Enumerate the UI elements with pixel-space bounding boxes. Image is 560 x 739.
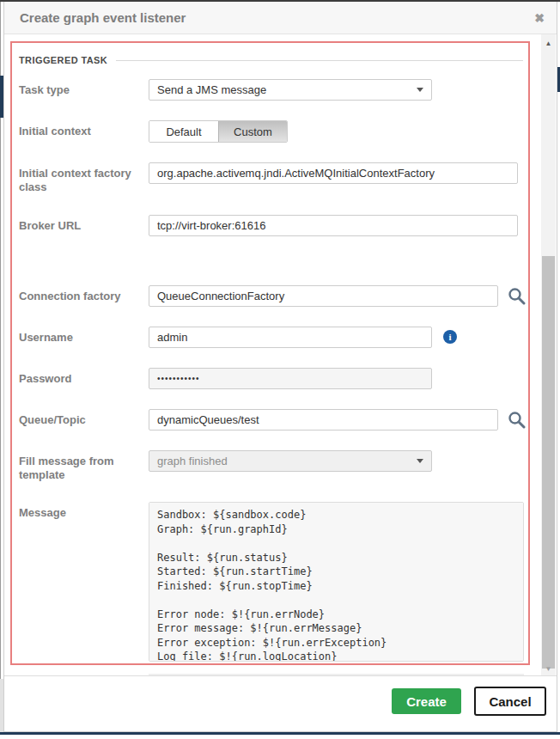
dialog-title: Create graph event listener — [20, 10, 534, 25]
cancel-button[interactable]: Cancel — [474, 687, 546, 716]
connection-factory-row: Connection factory — [19, 285, 523, 307]
search-icon[interactable] — [508, 287, 526, 308]
chevron-down-icon — [417, 459, 423, 463]
initial-context-label: Initial context — [19, 120, 139, 138]
message-label: Message — [19, 502, 139, 520]
broker-url-row: Broker URL — [19, 215, 523, 236]
dialog-body: TRIGGERED TASK Task type Send a JMS mess… — [4, 34, 557, 675]
queue-topic-label: Queue/Topic — [19, 409, 139, 427]
password-row: Password — [19, 368, 523, 389]
fill-template-label: Fill message from template — [19, 450, 139, 483]
username-row: Username i — [19, 327, 523, 348]
initial-context-custom-button[interactable]: Custom — [218, 121, 287, 142]
broker-url-label: Broker URL — [19, 215, 139, 233]
page-bottom-navy-bar — [0, 732, 560, 735]
section-title: TRIGGERED TASK — [19, 55, 107, 65]
create-graph-event-listener-dialog: Create graph event listener ✖ TRIGGERED … — [3, 2, 557, 732]
validation-outline-box: TRIGGERED TASK Task type Send a JMS mess… — [10, 41, 530, 665]
username-label: Username — [19, 327, 139, 345]
initial-context-default-button[interactable]: Default — [149, 121, 218, 142]
password-label: Password — [19, 368, 139, 386]
info-icon[interactable]: i — [443, 330, 457, 344]
search-icon[interactable] — [508, 411, 526, 432]
create-button[interactable]: Create — [392, 688, 461, 714]
triggered-task-section-header: TRIGGERED TASK — [19, 55, 523, 65]
message-row: Message Sandbox: ${sandbox.code} Graph: … — [19, 502, 523, 665]
close-icon[interactable]: ✖ — [534, 12, 545, 24]
broker-url-input[interactable] — [149, 215, 518, 236]
task-type-select[interactable]: Send a JMS message — [149, 79, 432, 101]
initial-context-toggle: Default Custom — [149, 120, 288, 143]
queue-topic-row: Queue/Topic — [19, 409, 523, 431]
queue-topic-input[interactable] — [149, 409, 498, 431]
scrollbar-thumb[interactable] — [542, 256, 555, 669]
scroll-down-arrow-icon[interactable]: ▼ — [541, 662, 556, 675]
task-type-value: Send a JMS message — [157, 83, 266, 96]
scroll-up-arrow-icon[interactable]: ▲ — [541, 36, 556, 50]
section-divider — [116, 60, 523, 61]
connection-factory-input[interactable] — [149, 285, 498, 307]
connection-factory-label: Connection factory — [19, 285, 139, 303]
initial-context-factory-class-row: Initial context factory class — [19, 162, 523, 195]
chevron-down-icon — [417, 88, 423, 92]
task-type-label: Task type — [19, 79, 139, 97]
fill-template-row: Fill message from template graph finishe… — [19, 450, 523, 483]
page-top-edge — [0, 0, 560, 2]
initial-context-factory-class-input[interactable] — [149, 162, 518, 184]
dialog-footer: Create Cancel — [4, 675, 557, 731]
password-input[interactable] — [149, 368, 432, 389]
dialog-header: Create graph event listener ✖ — [4, 2, 557, 34]
vertical-scrollbar[interactable]: ▲ ▼ — [541, 34, 556, 675]
message-textarea[interactable]: Sandbox: ${sandbox.code} Graph: ${run.gr… — [149, 502, 524, 662]
initial-context-factory-class-label: Initial context factory class — [19, 162, 139, 195]
initial-context-row: Initial context Default Custom — [19, 120, 523, 143]
username-input[interactable] — [149, 327, 432, 348]
fill-template-value: graph finished — [157, 455, 228, 467]
task-type-row: Task type Send a JMS message — [19, 79, 523, 101]
page-left-navy-accent — [0, 76, 3, 118]
fill-template-select[interactable]: graph finished — [149, 450, 432, 472]
page-bottom-left-edge — [0, 679, 3, 732]
